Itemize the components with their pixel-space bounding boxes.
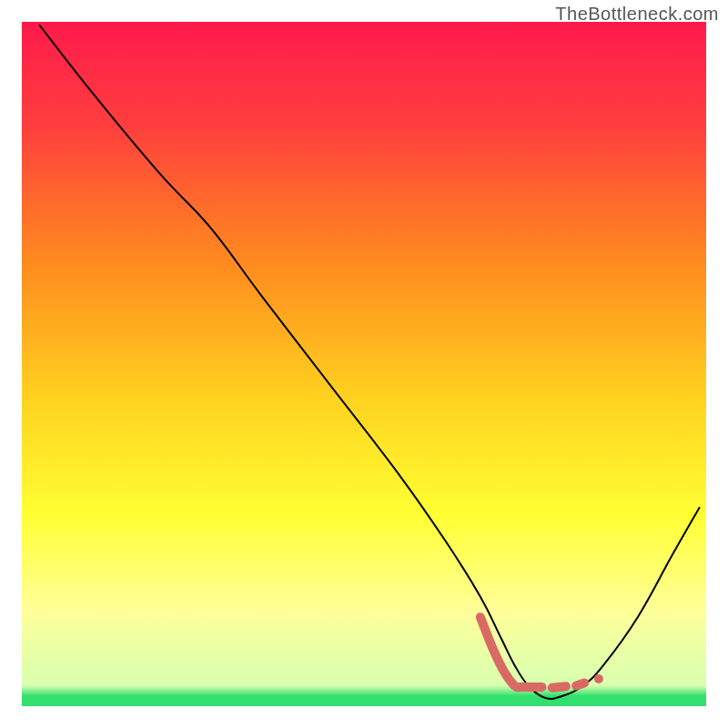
series-dash-1 xyxy=(552,686,566,688)
series-dot-1 xyxy=(594,674,603,683)
plot-area xyxy=(22,22,706,706)
bottleneck-chart xyxy=(0,0,728,728)
chart-container: TheBottleneck.com xyxy=(0,0,728,728)
series-dash-2 xyxy=(576,682,584,685)
chart-background xyxy=(22,22,706,706)
